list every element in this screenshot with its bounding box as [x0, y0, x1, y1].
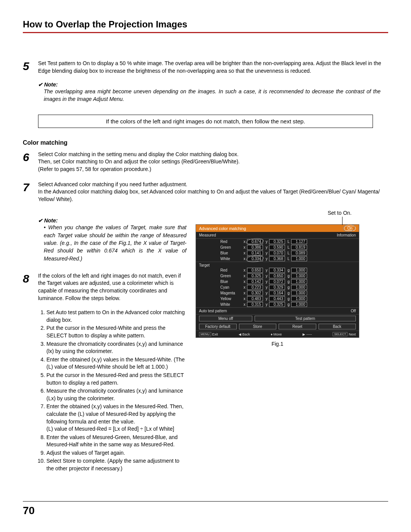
subhead-color-matching: Color matching: [23, 139, 388, 146]
osd-value-row: Magentax0.302y0.164g1.000: [196, 290, 359, 296]
list-item: Measure the chromaticity coordinates (x,…: [46, 387, 186, 402]
osd-test-pattern-button[interactable]: Test pattern: [255, 316, 356, 321]
osd-value-row: Yellowx0.483y0.443g1.000: [196, 296, 359, 302]
osd-section-header: Measured Information: [196, 232, 359, 239]
page-number: 70: [23, 505, 388, 517]
osd-value-row: Redx0.674y0.325L1.127: [196, 239, 359, 244]
osd-menu-off-button[interactable]: Menu off: [199, 316, 252, 321]
step-6: 6 Select Color matching in the setting m…: [23, 151, 388, 173]
step-body: Select Color matching in the setting men…: [38, 151, 388, 173]
step-number: 6: [23, 151, 38, 173]
list-item: Enter the obtained (x,y) values in the M…: [46, 356, 186, 371]
note-label: Note:: [38, 81, 388, 88]
list-item: Enter the obtained (x,y) values in the M…: [46, 403, 186, 433]
select-key-icon: SELECT: [333, 332, 347, 336]
osd-section-header: Target: [196, 262, 359, 267]
osd-button-row: Menu off Test pattern: [196, 315, 359, 323]
osd-value-row: Greenx0.325y0.650g1.000: [196, 273, 359, 279]
osd-button-row: Factory default Store Reset Back: [196, 323, 359, 331]
osd-dialog: Advanced color matching On Measured Info…: [196, 224, 359, 338]
set-to-on-label: Set to On.: [196, 210, 359, 216]
osd-value-row: Whitex0.334y0.368L1.000: [196, 256, 359, 262]
step-number: 7: [23, 181, 38, 203]
list-item: Enter the values of Mesured-Green, Mesur…: [46, 434, 186, 449]
osd-value-row: Greenx0.386y0.590L0.819: [196, 244, 359, 250]
osd-value-row: Redx0.650y0.334g1.000: [196, 267, 359, 273]
osd-reset-button[interactable]: Reset: [279, 324, 316, 329]
callout-box: If the colors of the left and right imag…: [38, 115, 373, 128]
note-label: Note:: [38, 217, 186, 224]
step-body: Select Advanced color matching if you ne…: [38, 181, 388, 203]
osd-value-row: Bluex0.142y0.072g1.000: [196, 279, 359, 284]
osd-on-badge: On: [344, 226, 356, 231]
header-rule: [23, 32, 388, 33]
list-item: Select Store to complete. (Apply the sam…: [46, 457, 186, 472]
list-item: Adjust the values of Target again.: [46, 449, 186, 457]
note-body: • When you change the values of Target, …: [44, 224, 186, 262]
osd-store-button[interactable]: Store: [239, 324, 277, 329]
pointer-line-icon: [342, 217, 342, 225]
menu-key-icon: MENU: [199, 332, 211, 336]
osd-value-row: Bluex0.141y0.070L0.089: [196, 250, 359, 256]
note-body: The overlapping area might become uneven…: [44, 88, 381, 103]
list-item: Put the cursor in the Mesured-Red and pr…: [46, 372, 186, 387]
osd-back-button[interactable]: Back: [319, 324, 356, 329]
step-8: 8 If the colors of the left and right im…: [23, 272, 186, 302]
circle-annotation-icon: [342, 224, 355, 233]
osd-value-row: Whitex0.315y0.325g1.000: [196, 302, 359, 307]
osd-value-row: Cyanx0.223y0.329g1.000: [196, 284, 359, 290]
step-body: Set Test pattern to On to display a 50 %…: [38, 60, 388, 75]
osd-title: Advanced color matching: [199, 226, 246, 231]
figure-caption: Fig.1: [196, 341, 359, 347]
step-5: 5 Set Test pattern to On to display a 50…: [23, 60, 388, 75]
osd-factory-default-button[interactable]: Factory default: [199, 324, 237, 329]
step-body: If the colors of the left and right imag…: [38, 272, 186, 302]
step-number: 8: [23, 272, 38, 302]
page-title: How to Overlap the Projection Images: [23, 19, 388, 32]
osd-footer: MENU Exit ◀ Back ♦ Move ▶ ----- SELECT N…: [196, 331, 359, 337]
osd-auto-test-row: Auto test pattern Off: [196, 307, 359, 315]
step-number: 5: [23, 60, 38, 75]
step-8-list: Set Auto test pattern to On in the Advan…: [46, 309, 186, 472]
list-item: Set Auto test pattern to On in the Advan…: [46, 309, 186, 324]
list-item: Measure the chromaticity coordinates (x,…: [46, 340, 186, 355]
osd-title-bar: Advanced color matching On: [196, 225, 359, 232]
page-footer: 70: [23, 501, 388, 517]
step-7: 7 Select Advanced color matching if you …: [23, 181, 388, 203]
list-item: Put the cursor in the Mesured-White and …: [46, 324, 186, 339]
